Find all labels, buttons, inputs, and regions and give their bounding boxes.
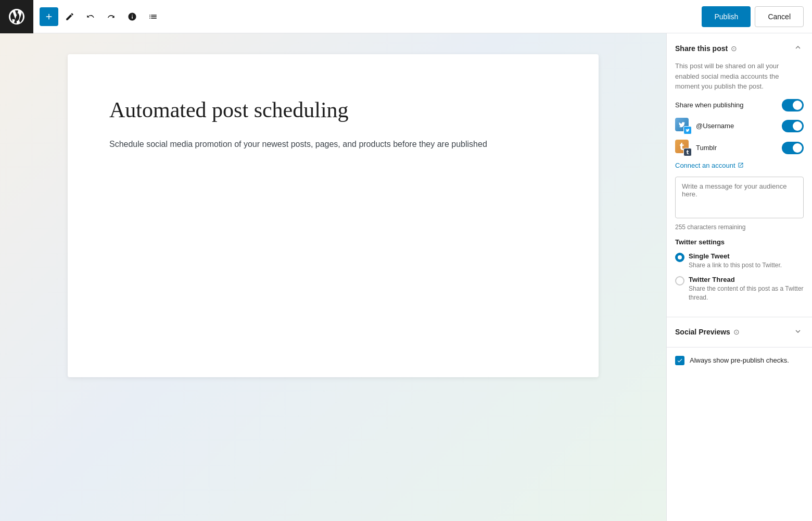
publish-button[interactable]: Publish (702, 6, 751, 27)
external-link-icon (738, 162, 744, 168)
post-title: Automated post scheduling (109, 96, 557, 125)
jetpack-icon: ⊙ (731, 44, 737, 53)
section-title-group: Share this post ⊙ (675, 44, 737, 53)
social-previews-section[interactable]: Social Previews ⊙ (667, 317, 812, 348)
single-tweet-radio[interactable] (675, 253, 684, 262)
tumblr-avatar (675, 140, 692, 156)
share-section: Share this post ⊙ This post will be shar… (667, 33, 812, 317)
editor-area: Automated post scheduling Schedule socia… (0, 33, 666, 521)
share-when-publishing-row: Share when publishing (675, 99, 804, 111)
prepublish-label: Always show pre-publish checks. (690, 356, 789, 364)
tumblr-toggle[interactable] (782, 142, 804, 154)
connect-account-text: Connect an account (675, 162, 735, 169)
main-layout: Automated post scheduling Schedule socia… (0, 33, 812, 521)
section-header: Share this post ⊙ (675, 42, 804, 55)
tumblr-account-name: Tumblr (696, 144, 717, 152)
twitter-thread-content: Twitter Thread Share the content of this… (689, 276, 804, 302)
prepublish-checkbox[interactable] (675, 356, 684, 365)
twitter-thread-label: Twitter Thread (689, 276, 804, 283)
sidebar: Share this post ⊙ This post will be shar… (666, 33, 812, 521)
char-count: 255 characters remaining (675, 224, 804, 231)
single-tweet-label: Single Tweet (689, 252, 782, 260)
single-tweet-desc: Share a link to this post to Twitter. (689, 261, 782, 270)
social-previews-title-group: Social Previews ⊙ (675, 328, 740, 336)
tumblr-account-row: Tumblr (675, 140, 804, 156)
undo-button[interactable] (81, 7, 100, 26)
twitter-thread-desc: Share the content of this post as a Twit… (689, 284, 804, 302)
share-when-publishing-toggle[interactable] (782, 99, 804, 111)
editor-content[interactable]: Automated post scheduling Schedule socia… (68, 54, 599, 377)
username-badge (683, 126, 692, 134)
twitter-thread-radio[interactable] (675, 276, 684, 286)
username-avatar (675, 118, 692, 134)
edit-pen-button[interactable] (60, 7, 79, 26)
toolbar: Publish Cancel (0, 0, 812, 33)
toolbar-actions: Publish Cancel (702, 6, 812, 27)
social-previews-icon: ⊙ (733, 328, 740, 336)
tumblr-account-info: Tumblr (675, 140, 717, 156)
info-button[interactable] (123, 7, 142, 26)
message-textarea[interactable] (675, 177, 804, 218)
wp-logo[interactable] (0, 0, 33, 33)
social-previews-expand-button[interactable] (792, 326, 804, 339)
username-account-name: @Username (696, 122, 734, 130)
prepublish-row: Always show pre-publish checks. (667, 348, 812, 374)
single-tweet-content: Single Tweet Share a link to this post t… (689, 252, 782, 270)
toolbar-tools (33, 7, 702, 26)
single-tweet-option[interactable]: Single Tweet Share a link to this post t… (675, 252, 804, 270)
add-block-button[interactable] (40, 7, 58, 26)
twitter-thread-option[interactable]: Twitter Thread Share the content of this… (675, 276, 804, 302)
connect-account-link[interactable]: Connect an account (675, 162, 804, 169)
share-section-title: Share this post (675, 44, 728, 53)
post-body: Schedule social media promotion of your … (109, 137, 557, 151)
tumblr-badge (683, 148, 692, 156)
social-previews-title: Social Previews (675, 328, 730, 336)
username-account-info: @Username (675, 118, 734, 134)
collapse-button[interactable] (792, 42, 804, 55)
username-toggle[interactable] (782, 120, 804, 132)
share-when-publishing-label: Share when publishing (675, 101, 744, 109)
section-description: This post will be shared on all your ena… (675, 61, 804, 92)
cancel-button[interactable]: Cancel (755, 6, 804, 27)
redo-button[interactable] (102, 7, 121, 26)
twitter-settings-title: Twitter settings (675, 238, 804, 246)
username-account-row: @Username (675, 118, 804, 134)
list-view-button[interactable] (144, 7, 162, 26)
